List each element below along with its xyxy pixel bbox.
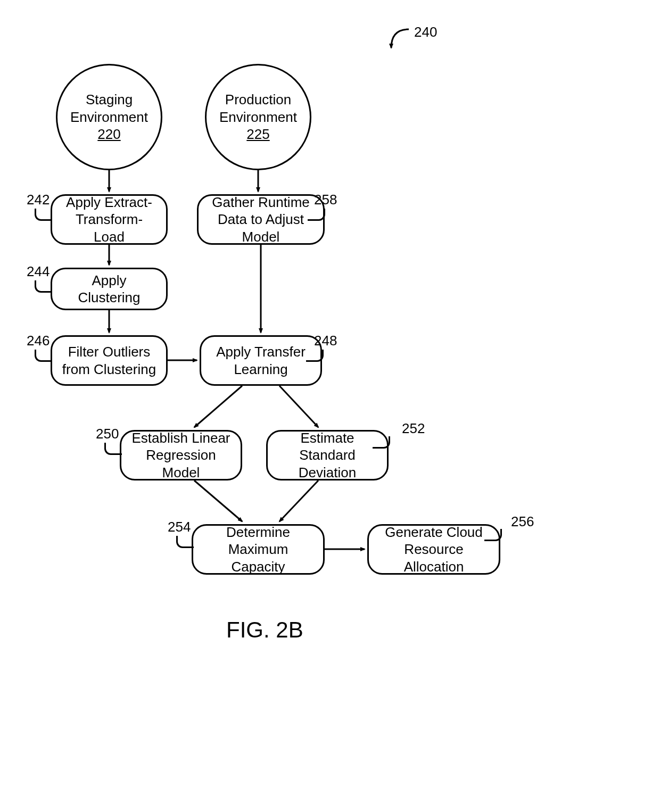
node-transfer-learning: Apply Transfer Learning <box>200 335 322 386</box>
ref-tick-242 <box>35 209 52 221</box>
ref-tick-244 <box>35 280 52 293</box>
svg-line-7 <box>279 386 318 427</box>
ref-tick-246 <box>35 350 52 362</box>
node-staging-environment: Staging Environment 220 <box>56 64 162 170</box>
node-gather-runtime: Gather Runtime Data to Adjust Model <box>197 194 325 245</box>
node-filter-outliers: Filter Outliers from Clustering <box>51 335 168 386</box>
svg-line-6 <box>194 386 242 427</box>
production-line1: Production <box>225 91 291 109</box>
node-std-deviation: Estimate Standard Deviation <box>266 430 389 480</box>
node-max-capacity: Determine Maximum Capacity <box>192 524 325 575</box>
staging-ref: 220 <box>97 126 120 143</box>
figure-ref-240: 240 <box>414 24 437 40</box>
ref-242: 242 <box>27 192 50 208</box>
ref-258: 258 <box>314 192 337 208</box>
staging-line2: Environment <box>70 109 148 126</box>
ref-tick-248 <box>306 350 324 362</box>
ref-246: 246 <box>27 333 50 349</box>
ref-248: 248 <box>314 333 337 349</box>
ref-tick-250 <box>104 443 122 455</box>
node-production-environment: Production Environment 225 <box>205 64 311 170</box>
ref-254: 254 <box>168 519 191 535</box>
ref-tick-254 <box>176 536 194 548</box>
ref-244: 244 <box>27 263 50 280</box>
node-etl: Apply Extract-Transform-Load <box>51 194 168 245</box>
production-ref: 225 <box>246 126 269 143</box>
ref-252: 252 <box>402 420 425 437</box>
production-line2: Environment <box>219 109 297 126</box>
figure-caption: FIG. 2B <box>226 617 303 643</box>
ref-tick-258 <box>308 209 325 221</box>
ref-tick-256 <box>484 529 502 541</box>
node-linear-regression: Establish Linear Regression Model <box>120 430 242 480</box>
svg-line-8 <box>194 480 242 521</box>
ref-256: 256 <box>511 513 534 530</box>
svg-line-9 <box>279 480 318 521</box>
staging-line1: Staging <box>86 91 133 109</box>
ref-tick-252 <box>373 436 390 449</box>
node-clustering: Apply Clustering <box>51 268 168 310</box>
ref-250: 250 <box>96 426 119 442</box>
diagram-canvas: 240 Staging Environment 220 Production E… <box>0 0 660 812</box>
node-cloud-resource-allocation: Generate Cloud Resource Allocation <box>367 524 500 575</box>
